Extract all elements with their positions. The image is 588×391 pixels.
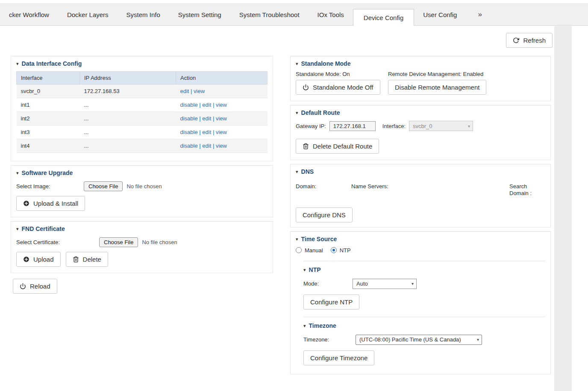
right-column: ▾ Standalone Mode Standalone Mode: On Re… — [290, 56, 551, 378]
configure-ntp-button[interactable]: Configure NTP — [303, 295, 359, 309]
configure-dns-label: Configure DNS — [303, 211, 346, 219]
timezone-row: Timezone: (UTC-08:00) Pacific Time (US &… — [303, 335, 545, 345]
cell-ip-address: ... — [80, 139, 176, 153]
edit-link[interactable]: edit — [199, 143, 211, 149]
ntp-radio-label: NTP — [340, 247, 351, 254]
upload-button[interactable]: Upload — [16, 252, 61, 267]
gateway-ip-label: Gateway IP: — [296, 123, 326, 129]
cell-actions: disable edit view — [176, 98, 268, 112]
disable-link[interactable]: disable — [180, 143, 198, 149]
view-link[interactable]: view — [191, 88, 205, 94]
search-domain-label: Search Domain : — [509, 183, 545, 197]
tab-overflow-chevrons-icon[interactable]: » — [478, 10, 482, 19]
configure-dns-button[interactable]: Configure DNS — [296, 207, 353, 222]
delete-default-route-button[interactable]: Delete Default Route — [296, 139, 379, 154]
collapse-caret-icon[interactable]: ▾ — [303, 266, 306, 274]
tab-system-info[interactable]: System Info — [118, 4, 169, 25]
upload-label: Upload — [33, 255, 54, 263]
panel-header: ▾ Standalone Mode — [296, 60, 545, 67]
timezone-select[interactable]: (UTC-08:00) Pacific Time (US & Canada) ▾ — [356, 335, 482, 345]
chevron-down-icon: ▾ — [412, 281, 414, 286]
panel-header: ▾ Software Upgrade — [16, 169, 268, 177]
tab-system-troubleshoot[interactable]: System Troubleshoot — [230, 4, 309, 25]
disable-remote-management-button[interactable]: Disable Remote Management — [388, 80, 486, 95]
panel-header: ▾ FND Certificate — [16, 225, 268, 233]
choose-file-button[interactable]: Choose File — [84, 181, 123, 191]
disable-link[interactable]: disable — [180, 115, 198, 122]
timezone-select-value: (UTC-08:00) Pacific Time (US & Canada) — [359, 336, 461, 343]
view-link[interactable]: view — [213, 115, 227, 122]
edit-link[interactable]: edit — [180, 88, 189, 94]
table-row: int3 ... disable edit view — [17, 125, 268, 139]
collapse-caret-icon[interactable]: ▾ — [16, 169, 19, 177]
collapse-caret-icon[interactable]: ▾ — [296, 60, 298, 67]
panel-default-route: ▾ Default Route Gateway IP: Interface: s… — [290, 105, 551, 160]
column-header-ip-address: IP Address — [80, 72, 176, 85]
tab-docker-layers[interactable]: Docker Layers — [58, 4, 118, 25]
cell-ip-address: ... — [80, 112, 176, 125]
standalone-buttons-row: Standalone Mode Off Disable Remote Manag… — [296, 80, 545, 95]
name-servers-label: Name Servers: — [351, 183, 509, 197]
collapse-caret-icon[interactable]: ▾ — [16, 60, 19, 67]
refresh-button[interactable]: Refresh — [506, 33, 553, 48]
collapse-caret-icon[interactable]: ▾ — [16, 225, 19, 233]
tab-iox-tools[interactable]: IOx Tools — [309, 4, 353, 25]
configure-timezone-button[interactable]: Configure Timezone — [303, 350, 374, 365]
select-image-label: Select Image: — [16, 183, 84, 190]
interface-select[interactable]: svcbr_0 ▾ — [409, 121, 473, 131]
edit-link[interactable]: edit — [199, 115, 211, 122]
edit-link[interactable]: edit — [199, 129, 211, 135]
panel-standalone-mode: ▾ Standalone Mode Standalone Mode: On Re… — [290, 56, 551, 101]
device-config-page: cker Workflow Docker Layers System Info … — [0, 0, 588, 391]
cell-interface: int2 — [17, 112, 80, 125]
refresh-icon — [513, 37, 519, 44]
tab-system-setting[interactable]: System Setting — [169, 4, 230, 25]
main-content: Refresh ▾ Data Interface Config Interfac… — [0, 26, 554, 391]
manual-radio[interactable]: Manual — [296, 247, 323, 254]
panel-software-upgrade: ▾ Software Upgrade Select Image: Choose … — [11, 165, 273, 217]
view-link[interactable]: view — [213, 129, 227, 135]
ntp-section: ▾ NTP Mode: Auto ▾ Configure NTP — [303, 261, 545, 309]
panel-title-text: Time Source — [301, 236, 337, 243]
power-icon — [303, 84, 309, 90]
delete-default-route-label: Delete Default Route — [313, 142, 372, 150]
collapse-caret-icon[interactable]: ▾ — [296, 168, 298, 175]
cell-actions: disable edit view — [176, 112, 268, 125]
reload-button[interactable]: Reload — [13, 279, 57, 294]
disable-link[interactable]: disable — [180, 102, 198, 108]
standalone-mode-off-button[interactable]: Standalone Mode Off — [296, 80, 380, 95]
view-link[interactable]: view — [213, 102, 227, 108]
ntp-radio[interactable]: NTP — [331, 247, 351, 254]
cell-ip-address: ... — [80, 125, 176, 139]
cell-ip-address: ... — [80, 98, 176, 112]
collapse-caret-icon[interactable]: ▾ — [296, 236, 298, 243]
disable-link[interactable]: disable — [180, 129, 198, 135]
gateway-ip-input[interactable] — [329, 121, 376, 131]
choose-file-button[interactable]: Choose File — [99, 237, 138, 247]
chevron-down-icon: ▾ — [477, 337, 479, 342]
delete-certificate-button[interactable]: Delete — [66, 252, 108, 267]
upload-install-button[interactable]: Upload & Install — [16, 196, 85, 211]
tab-device-config[interactable]: Device Config — [353, 9, 414, 26]
plus-circle-icon — [23, 200, 29, 207]
panel-header: ▾ Default Route — [296, 109, 545, 117]
chevron-down-icon: ▾ — [468, 124, 470, 128]
table-row: svcbr_0 172.27.168.53 edit view — [17, 85, 268, 98]
tab-user-config[interactable]: User Config — [414, 4, 466, 25]
panel-fnd-certificate: ▾ FND Certificate Select Certificate: Ch… — [11, 221, 273, 273]
view-link[interactable]: view — [213, 143, 227, 149]
cell-actions: disable edit view — [176, 139, 268, 153]
panel-title-text: Default Route — [301, 109, 340, 117]
collapse-caret-icon[interactable]: ▾ — [303, 322, 306, 330]
cell-interface: int3 — [17, 125, 80, 139]
no-file-chosen-text: No file chosen — [142, 239, 177, 245]
ntp-mode-select[interactable]: Auto ▾ — [353, 279, 417, 289]
edit-link[interactable]: edit — [199, 102, 211, 108]
collapse-caret-icon[interactable]: ▾ — [296, 109, 298, 117]
upload-install-label: Upload & Install — [33, 199, 78, 207]
tab-docker-workflow[interactable]: cker Workflow — [0, 4, 58, 25]
data-interface-table: Interface IP Address Action svcbr_0 172.… — [16, 71, 268, 153]
domain-label: Domain: — [296, 183, 351, 197]
mode-label: Mode: — [303, 280, 353, 287]
right-gutter — [554, 26, 572, 391]
